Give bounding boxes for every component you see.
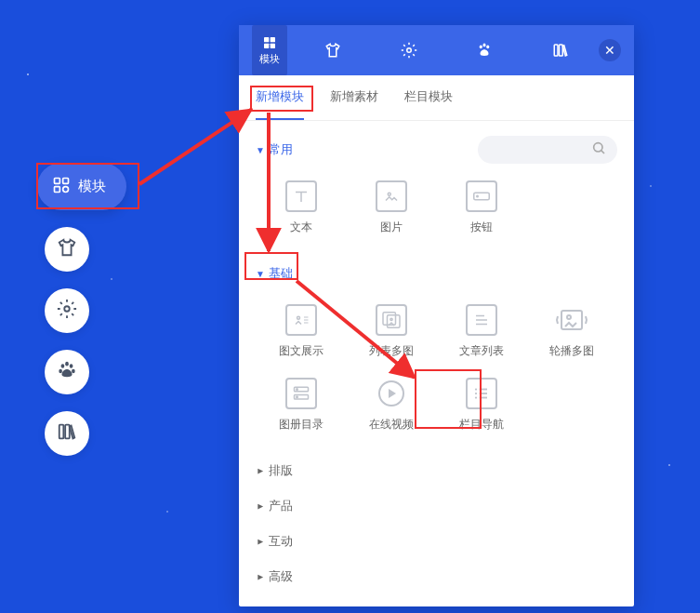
header-tab-label: 模块: [259, 52, 280, 66]
svg-point-35: [296, 396, 297, 398]
svg-point-26: [297, 316, 299, 319]
mod-button[interactable]: 按钮: [437, 175, 527, 241]
gear-icon: [57, 299, 77, 323]
mod-image-text[interactable]: 图文展示: [256, 299, 346, 365]
svg-point-23: [388, 193, 390, 195]
chevron-right-icon: ▼: [255, 466, 265, 475]
section-header-product[interactable]: ▼ 产品: [256, 488, 617, 524]
header-settings-icon[interactable]: [401, 42, 417, 59]
mod-list-multi[interactable]: 列表多图: [346, 299, 436, 365]
svg-point-29: [390, 318, 392, 320]
header-books-icon[interactable]: [552, 42, 569, 59]
header-icon-row: [287, 42, 599, 59]
header-tab-module[interactable]: 模块: [252, 25, 287, 75]
svg-rect-2: [55, 187, 60, 193]
list-multi-icon: [376, 304, 407, 336]
svg-rect-0: [55, 179, 60, 184]
chevron-down-icon: ▼: [256, 269, 265, 279]
mod-column-nav[interactable]: 栏目导航: [437, 372, 527, 438]
svg-point-38: [475, 393, 477, 394]
album-icon: [285, 378, 317, 409]
mod-label: 文章列表: [459, 343, 504, 359]
mod-label: 轮播多图: [549, 343, 594, 359]
grid-basics: 图文展示 列表多图 文章列表 轮播多图: [256, 291, 617, 453]
svg-rect-1: [63, 179, 69, 184]
search-input[interactable]: [478, 136, 617, 164]
image-text-icon: [285, 304, 317, 336]
section-label: 排版: [269, 462, 293, 479]
grid-icon: [52, 176, 71, 197]
mod-carousel[interactable]: 轮播多图: [527, 299, 617, 365]
mod-online-video[interactable]: 在线视频: [346, 372, 436, 438]
svg-rect-12: [264, 37, 269, 42]
chevron-right-icon: ▼: [255, 501, 265, 511]
sub-tab-row: 新增模块 新增素材 栏目模块: [239, 75, 634, 121]
section-label: 互动: [269, 533, 293, 550]
side-nav: 模块: [37, 163, 126, 456]
section-header-interact[interactable]: ▼ 互动: [256, 524, 617, 559]
svg-point-17: [480, 45, 482, 48]
close-icon: ✕: [604, 43, 615, 58]
side-nav-style[interactable]: [45, 227, 89, 272]
svg-point-4: [64, 306, 70, 312]
panel-body: ▼ 常用 文本 图片: [239, 121, 634, 606]
mod-image[interactable]: 图片: [346, 175, 436, 241]
svg-point-37: [475, 388, 477, 390]
carousel-icon: [556, 304, 588, 336]
svg-point-16: [406, 48, 411, 53]
image-icon: [376, 180, 407, 212]
svg-point-3: [63, 187, 69, 193]
side-pill-label: 模块: [78, 178, 106, 195]
section-label: 常用: [269, 141, 293, 158]
article-list-icon: [466, 304, 497, 336]
header-style-icon[interactable]: [324, 42, 341, 59]
section-label: 基础: [269, 265, 293, 282]
chevron-right-icon: ▼: [255, 537, 265, 546]
svg-rect-27: [383, 313, 396, 326]
section-header-advanced[interactable]: ▼ 高级: [256, 559, 617, 594]
tab-new-module[interactable]: 新增模块: [256, 75, 304, 120]
svg-point-7: [70, 364, 73, 368]
svg-point-19: [487, 45, 490, 48]
svg-rect-14: [264, 43, 269, 47]
close-button[interactable]: ✕: [599, 39, 621, 61]
tab-column-module[interactable]: 栏目模块: [404, 75, 453, 120]
side-nav-module-pill[interactable]: 模块: [37, 163, 126, 210]
panel-header: 模块 ✕: [239, 25, 634, 75]
mod-label: 图文展示: [279, 343, 324, 359]
nav-list-icon: [466, 378, 497, 409]
svg-point-18: [483, 44, 486, 47]
section-header-basics[interactable]: ▼ 基础: [256, 256, 617, 291]
svg-rect-13: [271, 37, 275, 42]
module-panel: 模块 ✕ 新增模块 新增素材 栏目模块 ▼: [239, 25, 634, 606]
mod-article-list[interactable]: 文章列表: [437, 299, 527, 365]
mod-text[interactable]: 文本: [256, 175, 346, 241]
tab-new-material[interactable]: 新增素材: [330, 75, 378, 120]
svg-point-22: [594, 143, 602, 152]
svg-rect-20: [554, 45, 558, 56]
mod-label: 在线视频: [369, 417, 414, 433]
section-header-common[interactable]: ▼ 常用: [256, 132, 293, 167]
search-icon: [591, 140, 606, 159]
side-nav-library[interactable]: [45, 411, 89, 456]
text-icon: [285, 180, 317, 212]
mod-album-catalog[interactable]: 图册目录: [256, 372, 346, 438]
mod-label: 栏目导航: [459, 417, 504, 433]
grid-common: 文本 图片 按钮: [256, 167, 617, 256]
header-paw-icon[interactable]: [476, 42, 493, 59]
svg-rect-10: [59, 425, 64, 439]
chevron-right-icon: ▼: [255, 572, 265, 581]
shirt-icon: [57, 237, 77, 261]
chevron-down-icon: ▼: [256, 145, 265, 155]
mod-label: 图片: [380, 220, 403, 235]
section-header-layout[interactable]: ▼ 排版: [256, 453, 617, 488]
side-nav-baidu[interactable]: [45, 350, 89, 394]
svg-point-31: [567, 315, 571, 319]
side-nav-settings[interactable]: [45, 288, 89, 333]
svg-line-40: [139, 110, 251, 184]
paw-icon: [57, 360, 77, 384]
svg-point-8: [59, 369, 62, 374]
svg-point-25: [477, 195, 479, 197]
button-icon: [466, 180, 497, 212]
section-row-common: ▼ 常用: [256, 132, 617, 167]
